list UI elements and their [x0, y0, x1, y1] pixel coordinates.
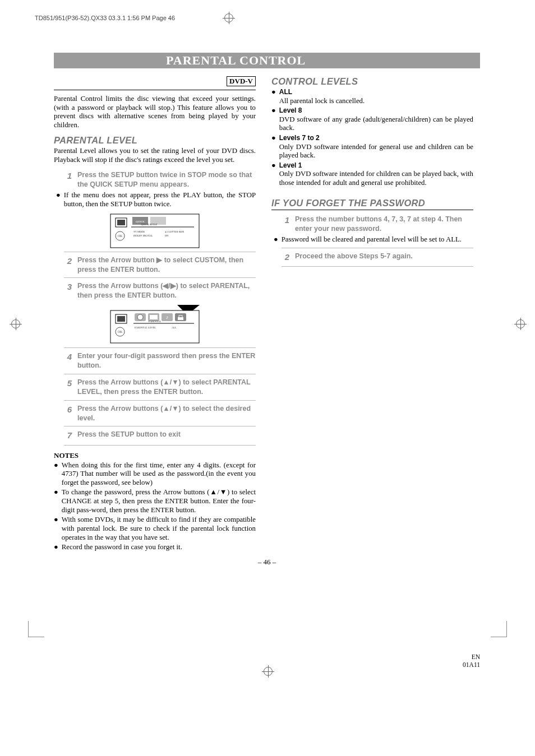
step-number: 2 — [282, 252, 289, 263]
page-number: – 46 – — [54, 558, 480, 567]
step-separator — [282, 266, 473, 267]
control-level-text: Only DVD software intended for children … — [279, 170, 473, 187]
note-item: ●Record the password in case you forget … — [54, 543, 256, 552]
left-column: DVD-V Parental Control limits the disc v… — [54, 76, 256, 553]
step-text: Press the Arrow buttons (◀/▶) to select … — [77, 281, 256, 300]
svg-point-19 — [137, 314, 143, 320]
step-number: 7 — [64, 430, 72, 441]
cropmark-bottom — [264, 667, 273, 676]
svg-text:OK: OK — [118, 330, 123, 333]
control-level-item: ● ALL All parental lock is cancelled. — [271, 88, 473, 105]
forget-password-heading: IF YOU FORGET THE PASSWORD — [271, 198, 473, 208]
step-separator — [64, 277, 256, 278]
footer-lang: EN — [472, 653, 480, 660]
step-separator — [64, 426, 256, 426]
forget-step-1: 1 Press the number buttons 4, 7, 3, 7 at… — [282, 215, 473, 234]
cropmark-corner — [28, 621, 44, 637]
step-number: 1 — [282, 215, 289, 234]
step1-note-text: If the menu does not appear, press the P… — [64, 191, 256, 208]
control-level-text: Only DVD software intended for general u… — [279, 143, 473, 160]
step-6: 6 Press the Arrow buttons (▲/▼) to selec… — [64, 404, 256, 423]
control-level-label: Levels 7 to 2 — [279, 134, 320, 142]
step-number: 4 — [64, 351, 72, 370]
step-4: 4 Enter your four-digit password then pr… — [64, 351, 256, 370]
right-column: CONTROL LEVELS ● ALL All parental lock i… — [271, 76, 473, 553]
svg-text:ALL: ALL — [172, 326, 177, 329]
svg-text:QUICK SETUP: QUICK SETUP — [141, 223, 158, 226]
parental-diagram: ♪ PARENTAL OK PARENTAL LEVEL ALL — [110, 305, 200, 344]
control-level-text: DVD software of any grade (adult/general… — [279, 115, 473, 132]
step-text: Enter your four-digit password then pres… — [77, 351, 256, 370]
bullet-icon: ● — [54, 488, 58, 514]
step-text: Proceed the above Steps 5-7 again. — [295, 252, 473, 263]
rule — [54, 90, 256, 90]
control-level-label: Level 1 — [279, 161, 302, 169]
step-7: 7 Press the SETUP button to exit — [64, 430, 256, 441]
step-text: Press the Arrow buttons (▲/▼) to select … — [77, 404, 256, 423]
step-1: 1 Press the SETUP button twice in STOP m… — [64, 170, 256, 189]
section-title-bar: PARENTAL CONTROL — [54, 53, 480, 68]
control-level-item: ● Levels 7 to 2 Only DVD software intend… — [271, 134, 473, 160]
step-separator — [282, 248, 473, 248]
step-text: Press the Arrow buttons (▲/▼) to select … — [77, 378, 256, 397]
bullet-icon: ● — [271, 88, 276, 105]
forget-bullet-text: Password will be cleared and parental le… — [282, 235, 473, 244]
svg-rect-2 — [117, 220, 125, 225]
footer-code: EN 01A11 — [463, 653, 480, 669]
parental-level-text: Parental Level allows you to set the rat… — [54, 147, 256, 164]
step-text: Press the number buttons 4, 7, 3, 7 at s… — [295, 215, 473, 234]
control-level-text: All parental lock is cancelled. — [279, 97, 365, 105]
bullet-icon: ● — [54, 543, 58, 552]
svg-text:♪: ♪ — [166, 314, 169, 320]
note-text: To change the password, press the Arrow … — [62, 488, 256, 514]
step-text: Press the SETUP button to exit — [77, 430, 256, 441]
control-levels-heading: CONTROL LEVELS — [271, 76, 473, 87]
svg-text:OK: OK — [118, 234, 123, 238]
control-level-label: ALL — [279, 88, 292, 96]
rule — [271, 210, 473, 210]
step-separator — [64, 347, 256, 348]
control-level-item: ● Level 8 DVD software of any grade (adu… — [271, 106, 473, 133]
bullet-icon: ● — [271, 134, 276, 160]
step-text: Press the SETUP button twice in STOP mod… — [77, 170, 256, 189]
step-text: Press the Arrow button ▶ to select CUSTO… — [77, 256, 256, 275]
page-content: PARENTAL CONTROL DVD-V Parental Control … — [54, 53, 480, 567]
step-number: 5 — [64, 378, 72, 397]
bullet-icon: ● — [54, 516, 58, 542]
note-item: ●With some DVDs, it may be difficult to … — [54, 516, 256, 542]
bullet-icon: ● — [54, 461, 58, 488]
step-5: 5 Press the Arrow buttons (▲/▼) to selec… — [64, 378, 256, 397]
note-text: When doing this for the first time, ente… — [62, 461, 256, 488]
step1-note: ● If the menu does not appear, press the… — [56, 191, 256, 208]
cropmark-corner — [491, 621, 507, 637]
bullet-icon: ● — [274, 235, 278, 244]
bullet-icon: ● — [271, 106, 276, 133]
step-number: 1 — [64, 170, 72, 189]
note-text: Record the password in case you forget i… — [62, 543, 256, 552]
intro-text: Parental Control limits the disc viewing… — [54, 95, 256, 129]
step-3: 3 Press the Arrow buttons (◀/▶) to selec… — [64, 281, 256, 300]
step-separator — [64, 445, 256, 446]
footer-id: 01A11 — [463, 661, 480, 668]
step-number: 2 — [64, 256, 72, 275]
source-header: TD851/951(P36-52).QX33 03.3.1 1:56 PM Pa… — [35, 15, 175, 21]
control-level-label: Level 8 — [279, 106, 302, 114]
step-number: 3 — [64, 281, 72, 300]
svg-rect-21 — [150, 315, 158, 319]
svg-rect-17 — [117, 316, 125, 322]
note-item: ●When doing this for the first time, ent… — [54, 461, 256, 488]
step-separator — [64, 400, 256, 401]
dvd-badge: DVD-V — [227, 76, 256, 86]
svg-text:ON: ON — [165, 234, 169, 237]
svg-text:4:3 LETTER BOX: 4:3 LETTER BOX — [165, 230, 185, 233]
note-text: With some DVDs, it may be difficult to f… — [62, 516, 256, 542]
svg-text:PARENTAL LEVEL: PARENTAL LEVEL — [135, 326, 156, 329]
forget-bullet: ● Password will be cleared and parental … — [274, 235, 473, 244]
cropmark-top — [224, 13, 233, 22]
svg-text:DOLBY DIGITAL: DOLBY DIGITAL — [133, 234, 153, 237]
svg-text:TV MODE: TV MODE — [133, 230, 145, 233]
bullet-icon: ● — [56, 191, 61, 208]
note-item: ●To change the password, press the Arrow… — [54, 488, 256, 514]
svg-text:PARENTAL: PARENTAL — [149, 320, 162, 323]
control-level-item: ● Level 1 Only DVD software intended for… — [271, 161, 473, 188]
